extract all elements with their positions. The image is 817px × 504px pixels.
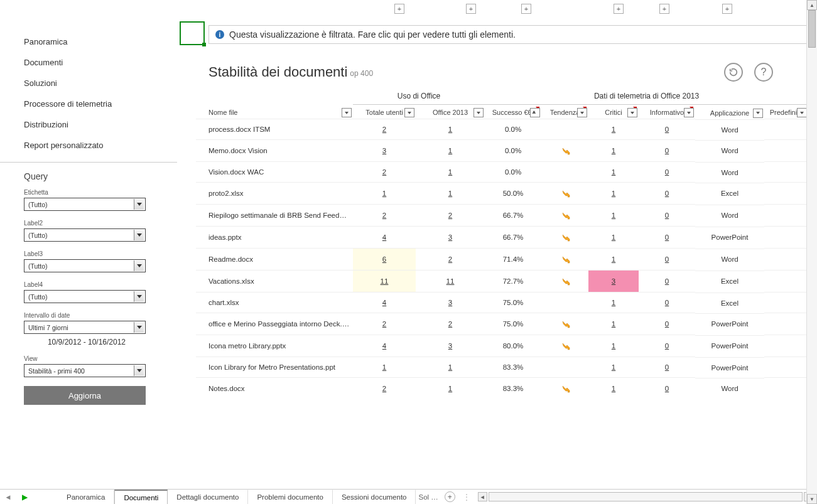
cell-info[interactable]: 0 — [639, 378, 695, 400]
cell-total[interactable]: 2 — [353, 205, 416, 227]
filter-button[interactable] — [797, 108, 807, 117]
cell-critical[interactable]: 1 — [588, 140, 639, 162]
vertical-scrollbar[interactable]: ▲ ▼ — [806, 0, 817, 504]
cell-info[interactable]: 0 — [639, 271, 695, 292]
filter-button-active[interactable] — [530, 108, 540, 117]
cell-o2013[interactable]: 2 — [416, 249, 485, 271]
cell-total[interactable]: 11 — [353, 271, 416, 292]
query-select-2[interactable]: (Tutto) — [24, 259, 146, 272]
cell-total[interactable]: 1 — [353, 183, 416, 205]
filter-button[interactable] — [627, 108, 637, 117]
cell-o2013[interactable]: 1 — [416, 378, 485, 400]
vscroll-track[interactable] — [807, 10, 817, 494]
cell-critical[interactable]: 1 — [588, 313, 639, 335]
sheet-tab-2[interactable]: Dettagli documento — [168, 490, 248, 504]
sheet-tab-3[interactable]: Problemi documento — [248, 490, 332, 504]
add-column-button[interactable]: + — [722, 4, 732, 14]
table-row[interactable]: Icon Library for Metro Presentations.ppt… — [196, 357, 808, 378]
tab-next-button[interactable]: ▶ — [16, 490, 33, 504]
cell-o2013[interactable]: 1 — [416, 162, 485, 183]
cell-total[interactable]: 1 — [353, 357, 416, 378]
cell-critical[interactable]: 1 — [588, 378, 639, 400]
table-row[interactable]: Icona metro Library.pptx4380.0%10PowerPo… — [196, 335, 808, 357]
date-range-select[interactable]: Ultimi 7 giorni — [24, 321, 146, 334]
nav-item-2[interactable]: Soluzioni — [24, 73, 177, 94]
cell-info[interactable]: 0 — [639, 357, 695, 378]
cell-total[interactable]: 2 — [353, 378, 416, 400]
table-row[interactable]: Memo.docx Vision310.0%10Word — [196, 140, 808, 162]
hscroll-left-button[interactable]: ◄ — [478, 492, 487, 501]
cell-o2013[interactable]: 2 — [416, 205, 485, 227]
cell-info[interactable]: 0 — [639, 292, 695, 313]
cell-total[interactable]: 4 — [353, 227, 416, 249]
cell-total[interactable]: 2 — [353, 313, 416, 335]
filter-button[interactable] — [753, 109, 763, 118]
vscroll-up-button[interactable]: ▲ — [807, 0, 817, 10]
cell-o2013[interactable]: 2 — [416, 313, 485, 335]
cell-critical[interactable]: 1 — [588, 119, 639, 140]
nav-item-0[interactable]: Panoramica — [24, 31, 177, 52]
sheet-tab-4[interactable]: Sessioni documento — [333, 490, 416, 504]
cell-total[interactable]: 2 — [353, 162, 416, 183]
refresh-button[interactable] — [724, 63, 743, 82]
cell-o2013[interactable]: 3 — [416, 292, 485, 313]
cell-info[interactable]: 0 — [639, 335, 695, 357]
cell-total[interactable]: 4 — [353, 292, 416, 313]
cell-critical[interactable]: 1 — [588, 183, 639, 205]
nav-item-4[interactable]: Distribuzioni — [24, 114, 177, 135]
cell-total[interactable]: 2 — [353, 119, 416, 140]
table-row[interactable]: ideas.pptx4366.7%10PowerPoint — [196, 227, 808, 249]
query-select-0[interactable]: (Tutto) — [24, 198, 146, 211]
add-column-button[interactable]: + — [466, 4, 476, 14]
filter-banner[interactable]: i Questa visualizzazione è filtrata. Far… — [208, 25, 808, 44]
cell-info[interactable]: 0 — [639, 140, 695, 162]
cell-critical[interactable]: 3 — [588, 271, 639, 292]
nav-item-1[interactable]: Documenti — [24, 52, 177, 73]
table-row[interactable]: office e Merino Passeggiata intorno Deck… — [196, 313, 808, 335]
cell-critical[interactable]: 1 — [588, 357, 639, 378]
tab-prev-button[interactable]: ◄ — [0, 490, 16, 504]
filter-button[interactable] — [684, 108, 694, 117]
add-column-button[interactable]: + — [659, 4, 669, 14]
table-row[interactable]: Vision.docx WAC210.0%10Word — [196, 162, 808, 183]
cell-critical[interactable]: 1 — [588, 249, 639, 271]
cell-critical[interactable]: 1 — [588, 227, 639, 249]
table-row[interactable]: process.docx ITSM210.0%10Word — [196, 119, 808, 140]
help-button[interactable]: ? — [754, 63, 773, 82]
update-button[interactable]: Aggiorna — [24, 386, 146, 405]
sheet-tab-1[interactable]: Documenti — [114, 490, 168, 504]
add-column-button[interactable]: + — [614, 4, 624, 14]
cell-total[interactable]: 3 — [353, 140, 416, 162]
table-row[interactable]: Vacations.xlsx111172.7%30Excel — [196, 271, 808, 292]
cell-critical[interactable]: 1 — [588, 205, 639, 227]
cell-info[interactable]: 0 — [639, 249, 695, 271]
cell-info[interactable]: 0 — [639, 183, 695, 205]
cell-o2013[interactable]: 3 — [416, 227, 485, 249]
hscroll-track[interactable] — [489, 492, 803, 501]
nav-item-3[interactable]: Processore di telemetria — [24, 94, 177, 114]
cell-info[interactable]: 0 — [639, 313, 695, 335]
fill-handle-icon[interactable] — [202, 43, 206, 46]
cell-critical[interactable]: 1 — [588, 335, 639, 357]
table-row[interactable]: proto2.xlsx1150.0%10Excel — [196, 183, 808, 205]
cell-info[interactable]: 0 — [639, 227, 695, 249]
cell-critical[interactable]: 1 — [588, 162, 639, 183]
vscroll-thumb[interactable] — [808, 10, 816, 48]
filter-button[interactable] — [404, 108, 414, 117]
cell-info[interactable]: 0 — [639, 119, 695, 140]
add-sheet-button[interactable]: + — [445, 491, 455, 502]
cell-critical[interactable]: 1 — [588, 292, 639, 313]
view-select[interactable]: Stabilità - primi 400 — [24, 364, 146, 377]
cell-info[interactable]: 0 — [639, 205, 695, 227]
add-column-button[interactable]: + — [521, 4, 531, 14]
table-row[interactable]: Notes.docx2183.3%10Word — [196, 378, 808, 400]
tab-overflow[interactable]: Sol … — [416, 490, 440, 504]
cell-o2013[interactable]: 1 — [416, 357, 485, 378]
vscroll-down-button[interactable]: ▼ — [807, 494, 817, 504]
table-row[interactable]: Readme.docx6271.4%10Word — [196, 249, 808, 271]
cell-total[interactable]: 4 — [353, 335, 416, 357]
filter-button[interactable] — [342, 108, 352, 117]
table-row[interactable]: chart.xlsx4375.0%10Excel — [196, 292, 808, 313]
cell-o2013[interactable]: 3 — [416, 335, 485, 357]
cell-total[interactable]: 6 — [353, 249, 416, 271]
